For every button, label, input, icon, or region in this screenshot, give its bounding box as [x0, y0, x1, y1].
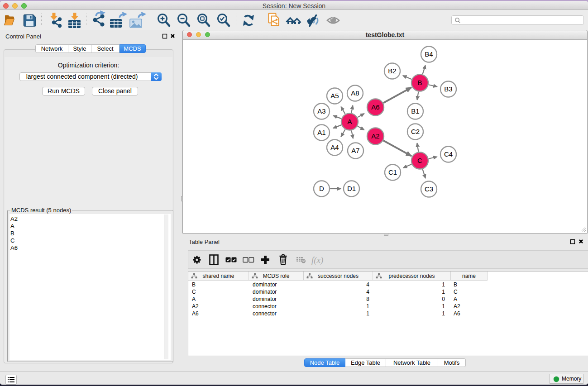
svg-text:C3: C3 — [425, 185, 433, 193]
svg-text:A5: A5 — [330, 92, 339, 100]
svg-text:A6: A6 — [371, 103, 379, 111]
svg-text:B4: B4 — [425, 50, 433, 58]
svg-text:A8: A8 — [351, 89, 359, 97]
svg-text:B3: B3 — [444, 85, 452, 93]
svg-text:C2: C2 — [411, 128, 420, 135]
svg-text:A7: A7 — [351, 147, 359, 154]
svg-text:A1: A1 — [317, 129, 325, 136]
svg-text:A: A — [347, 118, 352, 125]
svg-text:C: C — [417, 157, 422, 164]
svg-text:A2: A2 — [371, 132, 379, 140]
svg-text:f(x): f(x) — [311, 255, 323, 265]
svg-text:B1: B1 — [411, 107, 419, 115]
svg-text:C4: C4 — [444, 150, 453, 158]
svg-text:A4: A4 — [330, 143, 339, 151]
svg-text:B2: B2 — [388, 67, 396, 75]
svg-text:C1: C1 — [388, 168, 397, 176]
svg-text:D1: D1 — [347, 185, 356, 192]
svg-text:B: B — [417, 79, 422, 86]
svg-text:A3: A3 — [317, 107, 325, 115]
svg-text:D: D — [319, 185, 324, 192]
